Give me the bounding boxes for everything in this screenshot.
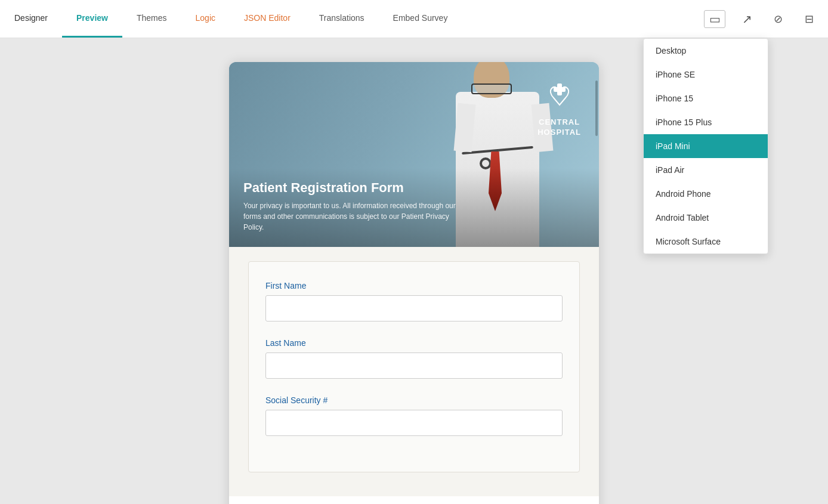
social-security-label: Social Security # [265,395,563,405]
survey-title: Patient Registration Form [243,180,585,196]
nav-embed-survey[interactable]: Embed Survey [379,0,462,38]
main-area: CENTRAL HOSPITAL Patient Registration Fo… [0,38,828,504]
dropdown-item-desktop[interactable]: Desktop [644,39,768,63]
first-name-field: First Name [265,281,563,321]
book-icon-button[interactable]: ⊟ [799,10,818,29]
social-security-field: Social Security # [265,395,563,436]
nav-translations[interactable]: Translations [305,0,379,38]
nav-themes[interactable]: Themes [122,0,181,38]
dropdown-item-iphone-15-plus[interactable]: iPhone 15 Plus [644,110,768,134]
last-name-label: Last Name [265,338,563,348]
stethoscope-circle [480,157,492,169]
social-security-input[interactable] [265,410,563,436]
first-name-label: First Name [265,281,563,290]
hero-section: CENTRAL HOSPITAL Patient Registration Fo… [229,62,599,247]
dropdown-item-ipad-mini[interactable]: iPad Mini [644,134,768,158]
hospital-cross-icon [545,80,574,115]
first-name-input[interactable] [265,295,563,321]
nav-preview[interactable]: Preview [62,0,122,38]
share-icon-button[interactable]: ↗ [737,10,756,29]
survey-panel: CENTRAL HOSPITAL Patient Registration Fo… [229,62,599,504]
svg-rect-1 [554,87,566,92]
hero-scrollbar[interactable] [595,81,598,136]
dropdown-item-android-phone[interactable]: Android Phone [644,182,768,206]
form-content: First Name Last Name Social Security # [229,247,599,496]
monitor-icon-button[interactable]: ▭ [704,10,725,28]
eye-slash-icon-button[interactable]: ⊘ [768,10,787,29]
dropdown-item-microsoft-surface[interactable]: Microsoft Surface [644,230,768,253]
form-inner: First Name Last Name Social Security # [248,261,580,472]
nav-actions: ▭ ↗ ⊘ ⊟ [694,0,828,38]
nav-logic[interactable]: Logic [181,0,230,38]
dropdown-item-android-tablet[interactable]: Android Tablet [644,206,768,230]
hospital-logo: CENTRAL HOSPITAL [537,80,581,138]
hero-text: Patient Registration Form Your privacy i… [229,168,599,247]
survey-subtitle: Your privacy is important to us. All inf… [243,200,470,233]
nav-designer[interactable]: Designer [0,0,62,38]
dropdown-item-iphone-15[interactable]: iPhone 15 [644,86,768,110]
dropdown-item-ipad-air[interactable]: iPad Air [644,158,768,182]
last-name-field: Last Name [265,338,563,379]
doctor-glasses [471,84,512,94]
device-dropdown-menu: Desktop iPhone SE iPhone 15 iPhone 15 Pl… [643,38,768,254]
nav-json-editor[interactable]: JSON Editor [230,0,305,38]
last-name-input[interactable] [265,353,563,379]
top-navigation: Designer Preview Themes Logic JSON Edito… [0,0,828,38]
dropdown-item-iphone-se[interactable]: iPhone SE [644,63,768,86]
hospital-name: CENTRAL HOSPITAL [537,118,581,138]
